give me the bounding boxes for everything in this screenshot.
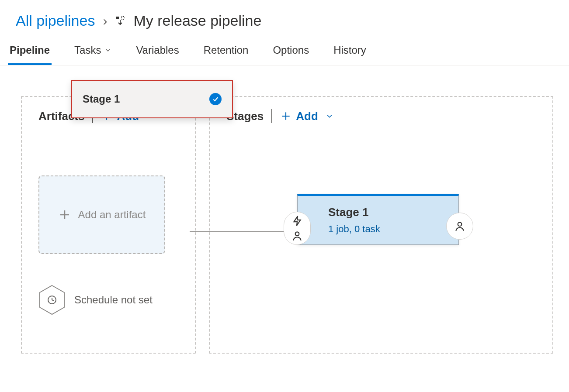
schedule-trigger[interactable]: Schedule not set — [38, 285, 183, 315]
svg-rect-1 — [121, 17, 124, 19]
svg-point-11 — [295, 232, 299, 236]
divider — [271, 109, 272, 123]
artifacts-panel: Artifacts Add Add an artifact Schedule n… — [21, 96, 196, 354]
page-title: My release pipeline — [133, 12, 261, 29]
schedule-hex-icon — [38, 285, 66, 315]
tab-bar: Pipeline Tasks Variables Retention Optio… — [0, 38, 569, 65]
stage-name: Stage 1 — [328, 206, 446, 219]
tab-tasks-label: Tasks — [74, 44, 101, 56]
add-stage-button[interactable]: Add — [280, 110, 334, 123]
add-stage-label: Add — [296, 110, 318, 123]
chevron-down-icon — [325, 112, 334, 120]
tasks-dropdown-item[interactable]: Stage 1 — [71, 80, 233, 118]
tab-tasks[interactable]: Tasks — [73, 38, 113, 65]
tab-options[interactable]: Options — [271, 38, 311, 65]
person-icon — [291, 230, 303, 241]
post-deployment-conditions-badge[interactable] — [446, 213, 473, 240]
breadcrumb-root-link[interactable]: All pipelines — [16, 12, 95, 29]
svg-rect-0 — [116, 17, 119, 19]
tab-history[interactable]: History — [332, 38, 368, 65]
stages-panel: Stages Add Stage 1 1 job, 0 task — [209, 96, 553, 354]
release-pipeline-icon — [115, 16, 125, 26]
stage-card[interactable]: Stage 1 1 job, 0 task — [297, 194, 459, 245]
plus-icon — [58, 208, 71, 221]
breadcrumb-separator-icon: › — [103, 14, 107, 28]
check-circle-icon — [209, 93, 222, 105]
svg-marker-7 — [40, 285, 64, 314]
add-artifact-card[interactable]: Add an artifact — [38, 175, 165, 254]
tasks-dropdown-item-label: Stage 1 — [83, 93, 120, 105]
schedule-text: Schedule not set — [74, 293, 153, 306]
breadcrumb: All pipelines › My release pipeline — [0, 0, 569, 38]
person-icon — [454, 220, 465, 232]
pre-deployment-conditions-badge[interactable] — [284, 212, 311, 245]
tab-variables[interactable]: Variables — [134, 38, 180, 65]
tab-pipeline[interactable]: Pipeline — [8, 38, 52, 65]
add-artifact-text: Add an artifact — [78, 208, 146, 221]
stages-header: Stages Add — [226, 109, 540, 123]
plus-icon — [280, 110, 291, 122]
tab-retention[interactable]: Retention — [202, 38, 250, 65]
lightning-icon — [291, 215, 303, 227]
stage-subtitle-link[interactable]: 1 job, 0 task — [328, 224, 446, 235]
svg-point-12 — [458, 222, 462, 226]
stage-connector-line — [190, 231, 297, 232]
chevron-down-icon — [104, 47, 111, 54]
